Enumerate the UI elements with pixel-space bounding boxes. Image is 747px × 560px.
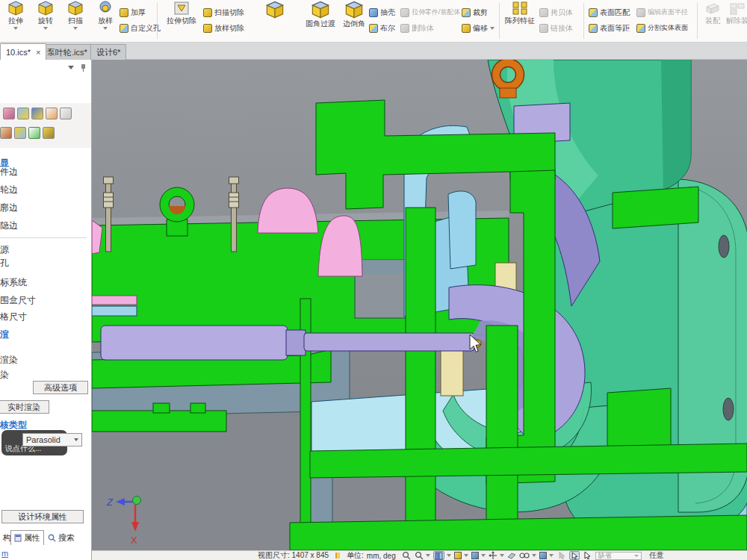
chamfer-button[interactable]: 边倒角 [341, 0, 368, 42]
gear-part-icon[interactable] [14, 127, 26, 139]
chevron-down-icon[interactable] [426, 554, 430, 557]
chevron-down-icon[interactable] [73, 27, 78, 30]
boolean-icon [369, 24, 378, 33]
scene-cube-icon[interactable] [539, 552, 547, 559]
render-shield-icon[interactable] [31, 108, 43, 119]
tab-properties[interactable]: 属性 [10, 530, 44, 545]
chevron-down-icon[interactable] [500, 554, 504, 557]
pattern-button[interactable]: 阵列特征 [502, 0, 538, 42]
edge-option-item[interactable]: 轮边 [0, 184, 18, 196]
thicken-button[interactable]: 加厚 [120, 7, 146, 18]
panel-controls [68, 63, 87, 72]
custom-hole-button[interactable]: 自定义孔 [120, 22, 161, 34]
filter-combo-value: 缺省 [598, 551, 612, 560]
design-env-properties-button[interactable]: 设计环境属性 [1, 510, 84, 523]
trim-button[interactable]: 裁剪 [462, 7, 488, 18]
render-option-item[interactable]: 染 [0, 369, 9, 382]
boolean-button[interactable]: 布尔 [369, 22, 395, 34]
clip-prism-icon[interactable] [507, 551, 516, 560]
extrude-button[interactable]: 拉伸 [1, 0, 30, 42]
option-item[interactable]: 围盒尺寸 [0, 294, 36, 307]
fillet-button[interactable]: 圆角过渡 [300, 0, 341, 42]
blank-sheet-icon[interactable] [60, 108, 72, 119]
edit-sheet-icon[interactable] [46, 108, 58, 119]
revolve-button[interactable]: 旋转 [31, 0, 60, 42]
calculator-icon[interactable] [0, 127, 12, 139]
shade-mode-icon[interactable] [454, 552, 462, 559]
chevron-down-icon[interactable] [447, 554, 451, 557]
shade-options-icon[interactable] [17, 108, 29, 119]
tab-pump-impeller[interactable]: 泵叶轮.ics* [41, 44, 93, 60]
realtime-render-button[interactable]: 实时渲染 [0, 400, 49, 414]
triad-axes-icon[interactable] [28, 127, 40, 139]
fillet-cube-icon [265, 1, 285, 19]
loft-cut-icon [203, 24, 212, 33]
option-item[interactable]: 标系统 [0, 276, 27, 289]
ribbon-toolbar: 拉伸 旋转 扫描 放样 加厚 自定义孔 拉伸切除 扫描切除 放样切除 [0, 0, 747, 43]
unit-link[interactable]: m [1, 549, 8, 558]
chevron-down-icon[interactable] [481, 554, 486, 557]
filter-combo[interactable]: 缺省 [595, 552, 642, 560]
option-item[interactable]: 源 [0, 243, 9, 256]
loft-button[interactable]: 放样 [91, 0, 120, 42]
move-view-icon[interactable] [489, 551, 498, 560]
zoom-icon[interactable] [402, 551, 411, 560]
extrude-cut-button[interactable]: 拉伸切除 [161, 0, 202, 42]
chevron-down-icon[interactable] [532, 554, 536, 557]
chevron-down-icon[interactable] [13, 27, 18, 30]
chevron-down-icon[interactable] [103, 27, 108, 30]
search-icon [48, 534, 56, 542]
select-disabled-icon [558, 551, 565, 560]
visibility-glasses-icon[interactable] [519, 551, 530, 560]
select-cursor-icon[interactable] [569, 551, 580, 560]
view-mode-icon[interactable] [433, 551, 444, 560]
copy-group: 拷贝体 链接体 [539, 0, 578, 42]
tab-10ics-label: 10.ics* [6, 48, 31, 57]
edge-option-item[interactable]: 廓边 [0, 202, 18, 214]
chevron-down-icon[interactable] [464, 554, 468, 557]
tab-search[interactable]: 搜索 [45, 530, 78, 545]
kernel-type-dropdown[interactable]: Parasolid [22, 433, 82, 447]
edge-option-item[interactable]: 件边 [0, 166, 18, 178]
solid-part-icon[interactable] [43, 127, 55, 139]
surface-offset-button[interactable]: 表面等距 [589, 22, 630, 34]
chevron-down-icon[interactable] [68, 66, 74, 69]
viewport-canvas[interactable]: Z X [92, 60, 747, 550]
tab-10ics[interactable]: 10.ics* × [0, 43, 46, 60]
chevron-down-icon[interactable] [549, 554, 554, 557]
offset-button[interactable]: 偏移 [462, 22, 495, 34]
chevron-down-icon[interactable] [490, 27, 495, 30]
tab-pump-impeller-label: 泵叶轮.ics* [47, 47, 87, 58]
chevron-down-icon[interactable] [43, 27, 48, 30]
pin-icon[interactable] [80, 63, 87, 72]
shell-button[interactable]: 抽壳 [369, 7, 395, 18]
edge-option-item[interactable]: 隐边 [0, 220, 18, 232]
shell-group: 抽壳 布尔 [369, 0, 399, 42]
advanced-options-button[interactable]: 高级选项 [33, 381, 88, 394]
sweep-button[interactable]: 扫描 [61, 0, 90, 42]
option-item[interactable]: 格尺寸 [0, 311, 27, 323]
surface-group-1: 表面匹配 表面等距 [589, 0, 635, 42]
close-icon[interactable]: × [36, 49, 40, 56]
surface-match-button[interactable]: 表面匹配 [589, 7, 630, 18]
display-mode-icon[interactable] [471, 552, 479, 559]
fillet-button-icon-only[interactable] [260, 0, 290, 42]
sweep-cut-icon [203, 8, 212, 17]
loft-cut-button[interactable]: 放样切除 [203, 22, 244, 34]
split-surface-button[interactable]: 分割实体表面 [636, 22, 688, 34]
view-options-icon[interactable] [3, 108, 15, 119]
zoom-window-icon[interactable] [415, 551, 424, 560]
sweep-cut-button[interactable]: 扫描切除 [203, 7, 244, 18]
units-value: mm, deg [367, 552, 396, 560]
ribbon-separator [157, 3, 158, 39]
render-option-item[interactable]: 渲染 [0, 354, 18, 367]
thicken-icon [120, 8, 128, 17]
document-tab-bar: 10.ics* × 泵叶轮.ics* 设计6* [0, 43, 747, 60]
link-body-icon [539, 24, 548, 33]
pick-cursor-icon[interactable] [583, 551, 591, 560]
custom-hole-icon [120, 24, 128, 33]
option-item[interactable]: 孔 [0, 257, 9, 270]
tab-design6[interactable]: 设计6* [90, 44, 126, 60]
unassemble-icon [728, 1, 746, 16]
shell-icon [369, 8, 378, 17]
